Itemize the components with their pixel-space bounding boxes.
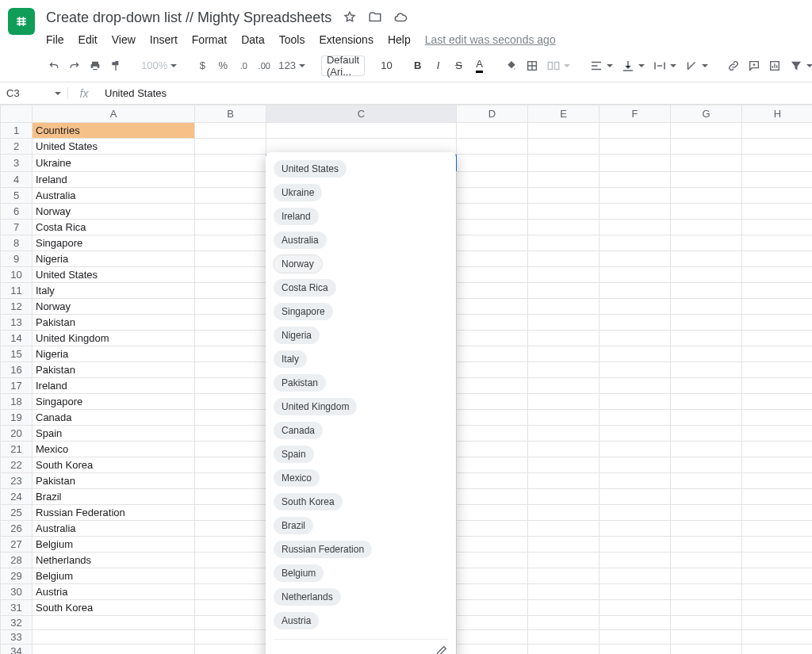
cell-F27[interactable] [599, 537, 671, 553]
cell-E21[interactable] [528, 442, 599, 457]
cell-F3[interactable] [599, 155, 671, 172]
row-header-4[interactable]: 4 [1, 172, 33, 188]
cell-D21[interactable] [457, 442, 528, 457]
cell-E8[interactable] [528, 235, 599, 251]
row-header-2[interactable]: 2 [1, 139, 33, 155]
row-header-20[interactable]: 20 [1, 426, 33, 442]
cell-H21[interactable] [742, 442, 813, 457]
cell-H7[interactable] [742, 220, 813, 235]
row-header-19[interactable]: 19 [1, 410, 33, 426]
strike-button[interactable]: S [450, 55, 469, 76]
row-header-21[interactable]: 21 [1, 442, 33, 457]
cell-A7[interactable]: Costa Rica [33, 220, 195, 235]
cell-G33[interactable] [671, 630, 742, 644]
cell-E13[interactable] [528, 315, 599, 331]
comment-button[interactable] [745, 55, 764, 76]
cell-A34[interactable] [33, 644, 195, 655]
menu-format[interactable]: Format [192, 33, 227, 46]
cell-H24[interactable] [742, 489, 813, 505]
cell-B14[interactable] [195, 331, 266, 346]
dropdown-option[interactable]: Nigeria [274, 327, 320, 344]
cell-G11[interactable] [671, 283, 742, 299]
cell-E16[interactable] [528, 362, 599, 378]
cell-D29[interactable] [457, 568, 528, 584]
cell-G3[interactable] [671, 155, 742, 172]
cell-B15[interactable] [195, 346, 266, 362]
cell-D18[interactable] [457, 394, 528, 410]
row-header-26[interactable]: 26 [1, 521, 33, 537]
dropdown-option[interactable]: Mexico [274, 469, 320, 487]
menu-extensions[interactable]: Extensions [319, 33, 373, 46]
cell-G6[interactable] [671, 204, 742, 220]
dropdown-option[interactable]: Ireland [274, 208, 319, 225]
cell-E19[interactable] [528, 410, 599, 426]
cell-F22[interactable] [599, 457, 671, 473]
cell-B10[interactable] [195, 267, 266, 283]
cell-A5[interactable]: Australia [33, 188, 195, 204]
cell-B1[interactable] [195, 123, 266, 139]
column-header-D[interactable]: D [457, 105, 528, 123]
increase-decimal-button[interactable]: .00 [255, 55, 274, 76]
cell-H2[interactable] [742, 139, 813, 155]
cell-B20[interactable] [195, 426, 266, 442]
cell-G16[interactable] [671, 362, 742, 378]
fill-color-button[interactable] [502, 55, 521, 76]
row-header-34[interactable]: 34 [1, 644, 33, 655]
cell-A17[interactable]: Ireland [33, 378, 195, 394]
cell-A24[interactable]: Brazil [33, 489, 195, 505]
cell-F4[interactable] [599, 172, 671, 188]
cell-G34[interactable] [671, 644, 742, 655]
cell-A30[interactable]: Austria [33, 584, 195, 600]
cell-E25[interactable] [528, 505, 599, 521]
cell-F15[interactable] [599, 346, 671, 362]
row-header-16[interactable]: 16 [1, 362, 33, 378]
cell-A28[interactable]: Netherlands [33, 553, 195, 568]
cell-A15[interactable]: Nigeria [33, 346, 195, 362]
cell-H27[interactable] [742, 537, 813, 553]
cell-H20[interactable] [742, 426, 813, 442]
cell-A20[interactable]: Spain [33, 426, 195, 442]
link-button[interactable] [724, 55, 743, 76]
cell-H3[interactable] [742, 155, 813, 172]
cell-F21[interactable] [599, 442, 671, 457]
cell-D10[interactable] [457, 267, 528, 283]
name-box[interactable]: C3 [0, 87, 68, 99]
dropdown-option[interactable]: Spain [274, 446, 314, 463]
cell-D1[interactable] [457, 123, 528, 139]
cell-E7[interactable] [528, 220, 599, 235]
cell-A9[interactable]: Nigeria [33, 251, 195, 267]
cell-G21[interactable] [671, 442, 742, 457]
cell-F20[interactable] [599, 426, 671, 442]
cell-G20[interactable] [671, 426, 742, 442]
cell-E1[interactable] [528, 123, 599, 139]
cell-B8[interactable] [195, 235, 266, 251]
cell-A2[interactable]: United States [33, 139, 195, 155]
cell-G9[interactable] [671, 251, 742, 267]
cell-H26[interactable] [742, 521, 813, 537]
cell-E3[interactable] [528, 155, 599, 172]
row-header-23[interactable]: 23 [1, 473, 33, 489]
cell-H29[interactable] [742, 568, 813, 584]
cell-G18[interactable] [671, 394, 742, 410]
menu-help[interactable]: Help [388, 33, 411, 46]
cell-G15[interactable] [671, 346, 742, 362]
cell-F23[interactable] [599, 473, 671, 489]
row-header-15[interactable]: 15 [1, 346, 33, 362]
cell-A18[interactable]: Singapore [33, 394, 195, 410]
dropdown-option[interactable]: Canada [274, 422, 323, 439]
cell-E31[interactable] [528, 600, 599, 616]
cell-B21[interactable] [195, 442, 266, 457]
cell-H12[interactable] [742, 299, 813, 315]
cell-E24[interactable] [528, 489, 599, 505]
cell-E2[interactable] [528, 139, 599, 155]
cell-H4[interactable] [742, 172, 813, 188]
cell-A11[interactable]: Italy [33, 283, 195, 299]
cell-A3[interactable]: Ukraine [33, 155, 195, 172]
cell-H23[interactable] [742, 473, 813, 489]
cell-D6[interactable] [457, 204, 528, 220]
dropdown-option[interactable]: Australia [274, 231, 327, 249]
cell-B24[interactable] [195, 489, 266, 505]
row-header-25[interactable]: 25 [1, 505, 33, 521]
cell-G29[interactable] [671, 568, 742, 584]
dropdown-option[interactable]: Ukraine [274, 184, 322, 201]
